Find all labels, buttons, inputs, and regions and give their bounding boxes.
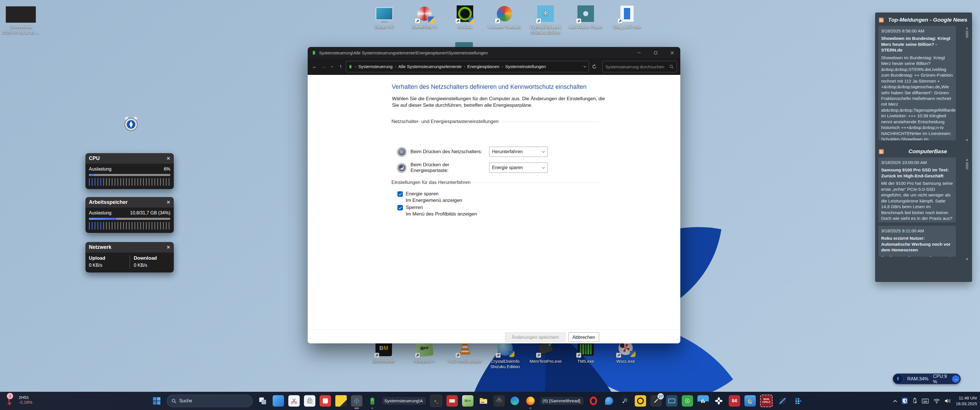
notepad-plus-plus-icon[interactable]: N++ <box>462 395 474 407</box>
hwmonitor-icon[interactable] <box>697 395 709 407</box>
checkbox-checked-icon[interactable] <box>398 205 403 210</box>
desktop-icon-winaero-tweaker[interactable]: ↗ Winaero Tweaker <box>482 4 527 30</box>
affinity-app-icon[interactable] <box>493 395 505 407</box>
back-button[interactable]: ← <box>311 62 318 72</box>
search-input[interactable]: Systemsteuerung durchsuchen <box>602 61 677 72</box>
refresh-icon[interactable] <box>590 62 598 72</box>
window-titlebar[interactable]: Systemsteuerung\Alle Systemsteuerungsele… <box>308 47 680 58</box>
news-item-headline[interactable]: Roku erzürnt Nutzer: Automatische Werbun… <box>881 235 953 253</box>
widgets-button[interactable] <box>273 395 284 407</box>
cancel-button[interactable]: Abbrechen <box>568 332 599 342</box>
steam-icon[interactable] <box>619 395 630 407</box>
scroll-up-icon[interactable]: ▲ <box>966 158 969 161</box>
desktop-icon-dieser-pc[interactable]: Dieser PC <box>362 4 407 30</box>
taskbar: 3 ↘ 2H51 -2,18% Suche <box>0 392 980 410</box>
power-button-select[interactable]: Herunterfahren <box>489 147 548 157</box>
led-keeper-icon[interactable] <box>635 395 646 407</box>
news-item-headline[interactable]: Showdown im Bundestag: Kriegt Merz heute… <box>881 36 953 53</box>
power-options-app-icon[interactable] <box>367 395 378 407</box>
close-icon[interactable]: ✕ <box>167 156 170 161</box>
checkbox-checked-icon[interactable] <box>398 191 403 197</box>
scrollbar-thumb[interactable] <box>966 30 968 38</box>
breadcrumb-item[interactable]: Systemsteuerung <box>358 64 393 69</box>
scroll-down-icon[interactable]: ▼ <box>966 139 969 141</box>
desktop-icon-gamefirst-vi[interactable]: ↗ GameFirst VI <box>402 4 447 30</box>
scrollbar[interactable]: ▲ ▼ <box>965 26 969 142</box>
up-button[interactable]: ↑ <box>337 62 344 72</box>
close-icon[interactable]: ✕ <box>167 245 170 250</box>
breadcrumb-item[interactable]: Energieoptionen <box>467 64 500 69</box>
group-header-shutdown-settings: Einstellungen für das Herunterfahren <box>391 180 599 185</box>
ocbase-tools-icon[interactable] <box>777 395 788 407</box>
chevron-down-icon <box>542 151 545 153</box>
expand-arrow-icon[interactable]: → <box>952 375 959 383</box>
scroll-up-icon[interactable]: ▲ <box>966 27 969 29</box>
screen-pen-icon[interactable]: 27 <box>651 395 662 407</box>
sleep-button-select[interactable]: Energie sparen <box>489 162 548 173</box>
volume-icon[interactable] <box>945 398 951 404</box>
cpu-z-icon[interactable]: ROGCPU-Z <box>760 395 773 407</box>
tune-app-icon[interactable] <box>666 395 678 407</box>
save-changes-button[interactable]: Änderungen speichern <box>505 332 565 342</box>
open-window-firefox-thread[interactable]: (5) [Sammelthread] <box>541 397 584 405</box>
bitwarden-icon[interactable] <box>902 398 908 404</box>
scroll-down-icon[interactable]: ▼ <box>966 257 969 261</box>
news-item-headline[interactable]: Samsung 9100 Pro SSD im Test: Zurück im … <box>881 167 953 179</box>
tray-chevron-up-icon[interactable] <box>893 400 897 402</box>
vivaldi-browser-icon[interactable] <box>320 395 331 407</box>
checkbox-label[interactable]: Sperren <box>406 205 477 210</box>
news-item[interactable]: 3/18/2025 9:11:00 AM Roku erzürnt Nutzer… <box>878 226 956 256</box>
winaero-icon: ↗ <box>494 4 515 23</box>
checkbox-label[interactable]: Energie sparen <box>406 191 462 197</box>
toolbox-icon[interactable] <box>446 395 458 407</box>
minimize-button[interactable] <box>631 47 647 58</box>
terminal-icon[interactable]: >_ <box>430 395 442 407</box>
news-item[interactable]: 3/18/2025 10:00:00 AM Samsung 9100 Pro S… <box>878 157 956 222</box>
desktop-icon-screenshot-file[interactable]: Screenshot 2025-03-18 at 11-... <box>0 6 43 35</box>
maximize-button[interactable] <box>647 47 664 58</box>
scrollbar[interactable]: ▲ ▼ <box>965 157 969 261</box>
close-icon[interactable]: ✕ <box>167 200 170 205</box>
taskbar-search-input[interactable]: Suche <box>167 395 253 407</box>
cpu-widget-title: CPU <box>89 156 100 161</box>
desktop-icon-tool-win7[interactable]: ↗ Tool_Win7.exe <box>605 4 649 30</box>
wifi-icon[interactable] <box>934 399 940 404</box>
snipping-tool-icon[interactable] <box>288 395 300 407</box>
touch-keyboard-icon[interactable] <box>922 399 929 404</box>
scrollbar-thumb[interactable] <box>966 162 968 169</box>
desktop-icon-label: MemTestPro.exe <box>530 359 562 364</box>
breadcrumb-item[interactable]: Alle Systemsteuerungselemente <box>398 64 461 69</box>
firefox-icon[interactable] <box>525 395 536 407</box>
fan-control-icon[interactable] <box>713 395 724 407</box>
desktop-icon-mini-radio-player[interactable]: ↗ Mini Radio Player <box>563 4 608 30</box>
task-view-button[interactable] <box>257 395 268 407</box>
sticky-notes-icon[interactable] <box>335 395 347 407</box>
breadcrumb-item[interactable]: Systemeinstellungen <box>505 64 546 69</box>
aida64-icon[interactable]: 64 <box>729 395 740 407</box>
edge-browser-icon[interactable] <box>509 395 520 407</box>
partially-hidden-desktop-icon[interactable] <box>455 42 473 47</box>
open-window-control-panel[interactable]: Systemsteuerung\A <box>382 397 426 405</box>
address-dropdown-chevron-icon[interactable] <box>584 66 586 67</box>
power-button-icon <box>397 147 407 157</box>
news-item[interactable]: 3/18/2025 8:56:00 AM Showdown im Bundest… <box>878 26 956 140</box>
opera-browser-icon[interactable] <box>588 395 599 407</box>
cast-app-icon[interactable] <box>682 395 693 407</box>
file-explorer-icon[interactable] <box>478 395 489 407</box>
taskbar-clock[interactable]: 11:48 Uhr 18.03.2025 <box>956 395 977 407</box>
microsoft-store-icon[interactable] <box>304 395 315 407</box>
forward-button[interactable]: → <box>320 62 327 72</box>
pixel-grid-app-icon[interactable] <box>792 395 804 407</box>
usb-eject-icon[interactable] <box>913 398 917 404</box>
hwinfo-icon[interactable] <box>745 395 756 407</box>
resource-monitor-pill[interactable]: RAM:34% CPU:9 % → <box>893 373 961 384</box>
close-button[interactable] <box>664 47 680 58</box>
stock-ticker-widget[interactable]: 3 ↘ 2H51 -2,18% <box>5 394 32 406</box>
start-button[interactable] <box>151 395 162 407</box>
recent-pages-chevron-icon[interactable] <box>328 62 336 72</box>
desktop-icon-nvidia[interactable]: ↗ NVIDIA <box>443 4 487 30</box>
desktop-icon-crystaldiskmark[interactable]: ✻ ↗ CrystalDiskMark Shizuku Edition <box>523 4 568 35</box>
breadcrumb[interactable]: › Systemsteuerung › Alle Systemsteuerung… <box>346 61 589 72</box>
settings-icon[interactable] <box>351 395 363 407</box>
thunderbird-icon[interactable] <box>603 395 615 407</box>
